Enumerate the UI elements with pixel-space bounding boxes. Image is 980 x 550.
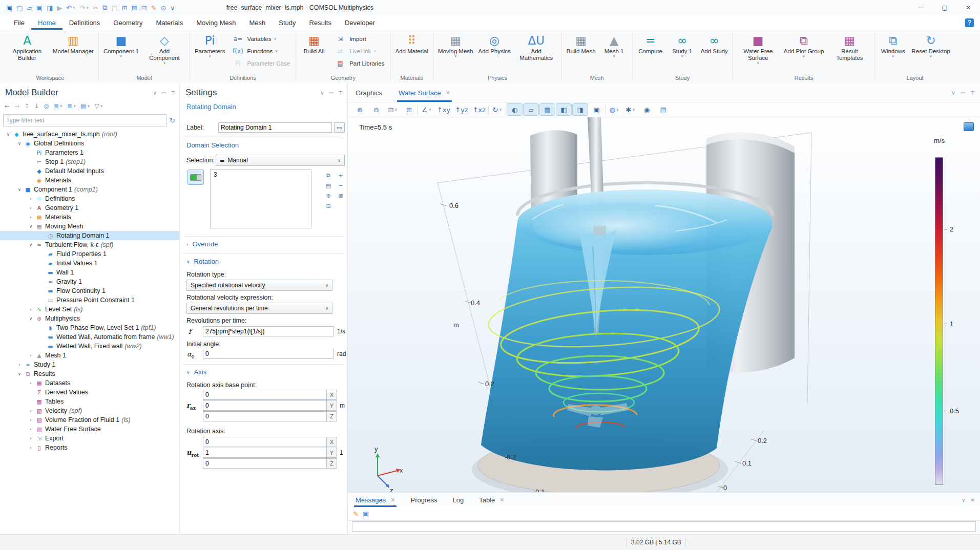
show-grid-icon[interactable]: ▦ [539, 103, 555, 116]
tree-item[interactable]: › ▧ Water Free Surface [0, 425, 179, 434]
tree-item[interactable]: ◆ Default Model Inputs [0, 166, 179, 176]
selection-colors-icon[interactable]: ◨ [572, 103, 588, 116]
parameters-icon[interactable]: Pi Parameters ∨ [193, 31, 227, 59]
tree-item[interactable]: › ∿ Level Set (ls) [0, 305, 179, 314]
base-point-y-input[interactable] [203, 400, 327, 411]
tree-item[interactable]: ▬ Flow Continuity 1 [0, 286, 179, 295]
tree-item[interactable]: › ▦ Datasets [0, 378, 179, 388]
reset-desktop-icon[interactable]: ↻ Reset Desktop ∨ [909, 31, 952, 59]
tree-item[interactable]: ◷ Rotating Domain 1 [0, 231, 179, 240]
remove-selection-icon[interactable]: − [335, 181, 346, 190]
tree-item[interactable]: ∨ ⧉ Results [0, 369, 179, 378]
float-panel-icon[interactable]: ▭ [329, 90, 333, 96]
tree-item[interactable]: ▰ Initial Values 1 [0, 259, 179, 268]
rev-per-time-input[interactable] [203, 326, 334, 336]
zoom-extents-icon[interactable]: ⊞ [401, 103, 417, 116]
messages-output[interactable] [352, 521, 976, 532]
component-icon[interactable]: ■ Component 1 ∨ [101, 31, 141, 59]
water-free-surface-icon[interactable]: ■ Water Free Surface ∨ [736, 31, 781, 66]
menu-mesh[interactable]: Mesh [242, 15, 272, 30]
parameter-case-icon[interactable]: Pi Parameter Case [228, 57, 293, 69]
selection-list-item[interactable]: 3 [214, 171, 308, 178]
tree-item[interactable]: › ▲ Mesh 1 [0, 351, 179, 360]
mesh-icon[interactable]: ▲ Mesh 1 ∨ [599, 31, 630, 59]
part-libraries-icon[interactable]: ▤ Part Libraries [330, 57, 387, 69]
moving-mesh-icon[interactable]: ▦ Moving Mesh ∨ [436, 31, 475, 59]
create-selection-icon[interactable]: ⊡ [323, 201, 334, 210]
tree-item[interactable]: › A Geometry 1 [0, 203, 179, 213]
menu-materials[interactable]: Materials [149, 15, 190, 30]
tree-item[interactable]: ▰ Fluid Properties 1 [0, 249, 179, 259]
tree-expander[interactable]: ∨ [27, 316, 35, 321]
tree-expander[interactable]: › [27, 427, 35, 432]
save-as-icon[interactable]: ◨ [45, 2, 55, 14]
menu-definitions[interactable]: Definitions [62, 15, 107, 30]
chevron-down-icon[interactable]: ∨ [321, 90, 324, 96]
tree-item[interactable]: › ▧ Volume Fraction of Fluid 1 (ls) [0, 415, 179, 425]
help-icon[interactable]: ? [965, 18, 974, 27]
tree-filter-input[interactable] [3, 114, 166, 126]
functions-icon[interactable]: f(x) Functions ∨ [228, 45, 293, 57]
pin-panel-icon[interactable]: ⊤ [338, 90, 343, 96]
livelink-icon[interactable]: ⇄ LiveLink ∨ [330, 45, 387, 57]
menu-file[interactable]: File [7, 15, 31, 30]
plot-window-icon[interactable] [964, 122, 974, 131]
tree-expander[interactable]: › [27, 353, 35, 358]
tree-item[interactable]: ∨ ■ Component 1 (comp1) [0, 185, 179, 194]
menu-geometry[interactable]: Geometry [107, 15, 149, 30]
run-icon[interactable]: ▶ [55, 2, 64, 14]
scene-light-icon[interactable]: ◐ [507, 103, 523, 116]
tree-item[interactable]: ∨ ▦ Moving Mesh [0, 222, 179, 231]
rotation-axis-x-input[interactable] [203, 437, 327, 447]
tree-item[interactable]: ▬ Wetted Wall, Fixed wall (ww2) [0, 342, 179, 351]
rotation-type-dropdown[interactable]: Specified rotational velocity ∨ [186, 280, 332, 291]
tree-expander[interactable]: › [27, 307, 35, 312]
tree-expander[interactable]: › [27, 196, 35, 201]
back-icon[interactable]: ← [3, 102, 11, 110]
tab-messages[interactable]: Messages ✕ [354, 493, 397, 507]
save-icon[interactable]: ▣ [34, 2, 45, 14]
node-grouping-icon[interactable]: ▤ ∨ [79, 102, 91, 110]
tree-item[interactable]: ≈ Gravity 1 [0, 277, 179, 286]
zoom-selection-icon[interactable]: ⊕ [323, 191, 334, 200]
tree-expander[interactable]: › [27, 436, 35, 441]
tree-expander[interactable]: ∨ [15, 371, 24, 376]
tree-expander[interactable]: ∨ [4, 132, 12, 137]
graphics-canvas[interactable]: 0.6 0.4 m 0.2 -0.2 -0.1 0.2 0.1 0 [348, 117, 980, 494]
float-panel-icon[interactable]: ▭ [961, 90, 965, 96]
menu-developer[interactable]: Developer [338, 15, 382, 30]
base-point-x-input[interactable] [203, 390, 327, 400]
tree-expander[interactable]: › [27, 445, 35, 450]
tree-item[interactable]: ◉ Materials [0, 176, 179, 185]
close-icon[interactable]: ✕ [390, 497, 395, 503]
tree-expander[interactable]: ∨ [27, 242, 35, 247]
show-icon[interactable]: ◎ [42, 102, 50, 110]
zoom-in-icon[interactable]: ⊕ [352, 103, 368, 116]
velocity-expr-dropdown[interactable]: General revolutions per time ∨ [186, 303, 332, 314]
section-override[interactable]: › Override [186, 240, 218, 248]
tree-item[interactable]: ∨ ≈ Turbulent Flow, k-ε (spf) [0, 240, 179, 249]
tree-expander[interactable]: ∨ [15, 187, 24, 192]
tree-item[interactable]: › ▯ Reports [0, 443, 179, 452]
tree-item[interactable]: › ∞ Study 1 [0, 360, 179, 369]
print-icon[interactable]: ▤ [655, 103, 671, 116]
view-yz-icon[interactable]: ↑yz [453, 103, 470, 116]
tree-item[interactable]: ▭ Pressure Point Constraint 1 [0, 295, 179, 305]
application-builder-icon[interactable]: A Application Builder [5, 31, 50, 62]
app-icon[interactable]: ▣ [4, 2, 14, 14]
tree-expander[interactable]: › [27, 417, 35, 422]
result-templates-icon[interactable]: ▦ Result Templates [827, 31, 872, 62]
zoom-out-icon[interactable]: ⊖ [368, 103, 384, 116]
label-options-button[interactable]: ▭ [334, 122, 345, 133]
expand-icon[interactable]: ≣ ∨ [52, 102, 64, 110]
tab-graphics[interactable]: Graphics [354, 83, 384, 102]
lock-view-icon[interactable]: ▣ [589, 103, 604, 116]
refresh-icon[interactable]: ↻ [170, 117, 175, 124]
tree-item[interactable]: › ≡ Definitions [0, 194, 179, 203]
add-selection-icon[interactable]: + [335, 171, 346, 180]
tree-expander[interactable]: › [27, 215, 35, 220]
chevron-down-icon[interactable]: ∨ [153, 90, 157, 96]
variables-icon[interactable]: a= Variables ∨ [228, 33, 293, 45]
menu-home[interactable]: Home [31, 15, 62, 30]
tree-item[interactable]: › ▦ Materials [0, 213, 179, 222]
